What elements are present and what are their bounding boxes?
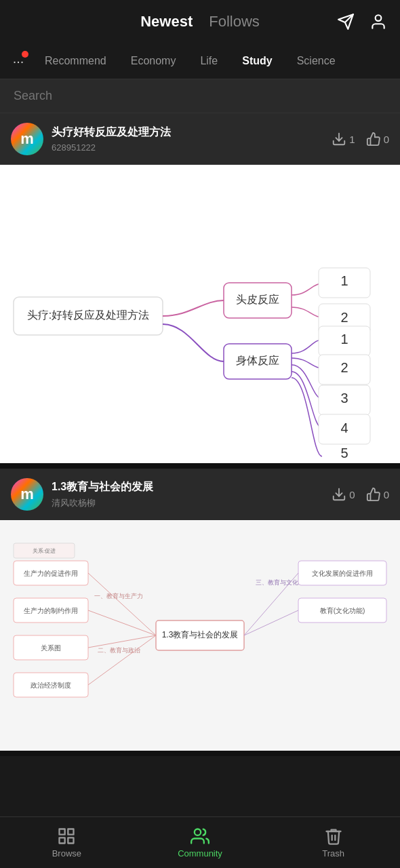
mindmap-2: 1.3教育与社会的发展 生产力的促进作用 关系:促进 生产力的制约作用 关系图 … <box>0 520 400 751</box>
header-tabs: Newest Follows <box>140 13 260 31</box>
search-input[interactable] <box>14 89 386 103</box>
svg-point-55 <box>195 829 201 835</box>
svg-text:2: 2 <box>340 360 348 375</box>
svg-text:5: 5 <box>340 446 348 460</box>
svg-text:1.3教育与社会的发展: 1.3教育与社会的发展 <box>162 630 239 639</box>
trash-icon <box>324 827 343 846</box>
svg-text:生产力的制约作用: 生产力的制约作用 <box>24 607 78 614</box>
svg-text:教育(文化功能): 教育(文化功能) <box>320 607 365 614</box>
post-actions-1: 1 0 <box>332 132 389 146</box>
svg-text:头疗:好转反应及处理方法: 头疗:好转反应及处理方法 <box>27 309 149 321</box>
community-icon <box>191 827 209 846</box>
svg-text:政治经济制度: 政治经济制度 <box>31 682 71 689</box>
post-header-1: m 头疗好转反应及处理方法 628951222 1 0 <box>0 113 400 165</box>
tab-follows[interactable]: Follows <box>209 13 260 31</box>
nav-trash-label: Trash <box>322 848 344 859</box>
send-icon[interactable] <box>335 11 357 33</box>
post-title-1[interactable]: 头疗好转反应及处理方法 <box>52 125 332 140</box>
nav-browse[interactable]: Browse <box>0 827 134 859</box>
post-meta-2: 1.3教育与社会的发展 清风吹杨柳 <box>52 480 332 509</box>
bottom-nav: Browse Community Trash <box>0 816 400 868</box>
svg-rect-54 <box>68 837 74 843</box>
download-count-1: 1 <box>349 134 355 145</box>
like-count-1: 0 <box>384 134 389 145</box>
download-button-2[interactable]: 0 <box>332 487 355 502</box>
mindmap-1: 头疗:好转反应及处理方法 头皮反应 1 2 身体反应 1 <box>0 165 400 463</box>
svg-text:生产力的促进作用: 生产力的促进作用 <box>24 570 78 577</box>
post-username-2: 清风吹杨柳 <box>52 497 332 509</box>
more-button[interactable]: ··· <box>5 48 31 74</box>
nav-community[interactable]: Community <box>134 827 267 859</box>
post-header-2: m 1.3教育与社会的发展 清风吹杨柳 0 0 <box>0 469 400 520</box>
svg-rect-52 <box>68 829 74 835</box>
nav-trash[interactable]: Trash <box>266 827 400 859</box>
svg-text:3: 3 <box>340 391 348 406</box>
svg-text:2: 2 <box>340 310 348 325</box>
like-button-2[interactable]: 0 <box>366 487 389 502</box>
like-button-1[interactable]: 0 <box>366 132 389 146</box>
category-study[interactable]: Study <box>231 51 283 71</box>
category-recommend[interactable]: Recommend <box>34 51 117 71</box>
category-science[interactable]: Science <box>286 51 346 71</box>
svg-text:三、教育与文化: 三、教育与文化 <box>256 579 298 586</box>
svg-text:二、教育与政治: 二、教育与政治 <box>98 647 140 654</box>
like-count-2: 0 <box>384 489 389 500</box>
svg-text:1: 1 <box>340 273 348 288</box>
download-button-1[interactable]: 1 <box>332 132 355 146</box>
post-title-2[interactable]: 1.3教育与社会的发展 <box>52 480 332 494</box>
category-life[interactable]: Life <box>189 51 228 71</box>
svg-text:头皮反应: 头皮反应 <box>236 294 279 305</box>
browse-icon <box>57 827 76 846</box>
post-card-1: m 头疗好转反应及处理方法 628951222 1 0 <box>0 113 400 469</box>
search-bar <box>0 79 400 113</box>
category-economy[interactable]: Economy <box>120 51 187 71</box>
svg-rect-51 <box>60 829 65 835</box>
svg-rect-53 <box>60 837 65 843</box>
post-username-1: 628951222 <box>52 142 332 153</box>
svg-text:关系:促进: 关系:促进 <box>33 548 56 554</box>
svg-text:文化发展的促进作用: 文化发展的促进作用 <box>312 570 373 577</box>
svg-text:4: 4 <box>340 420 348 435</box>
download-count-2: 0 <box>349 489 355 500</box>
header-icons <box>335 11 389 33</box>
tab-newest[interactable]: Newest <box>140 13 193 31</box>
category-tabs: ··· Recommend Economy Life Study Science <box>0 43 400 79</box>
header: Newest Follows <box>0 0 400 43</box>
notification-dot <box>22 51 28 58</box>
svg-text:1: 1 <box>340 332 348 347</box>
svg-text:一、教育与生产力: 一、教育与生产力 <box>94 593 143 599</box>
avatar-1: m <box>11 123 43 155</box>
svg-text:关系图: 关系图 <box>41 644 61 652</box>
avatar-2: m <box>11 478 43 511</box>
post-actions-2: 0 0 <box>332 487 389 502</box>
post-meta-1: 头疗好转反应及处理方法 628951222 <box>52 125 332 153</box>
nav-community-label: Community <box>178 848 222 859</box>
post-card-2: m 1.3教育与社会的发展 清风吹杨柳 0 0 <box>0 469 400 756</box>
svg-point-2 <box>376 15 382 21</box>
bottom-spacer <box>0 756 400 808</box>
profile-icon[interactable] <box>367 11 389 33</box>
svg-text:身体反应: 身体反应 <box>236 355 279 366</box>
nav-browse-label: Browse <box>52 848 81 859</box>
